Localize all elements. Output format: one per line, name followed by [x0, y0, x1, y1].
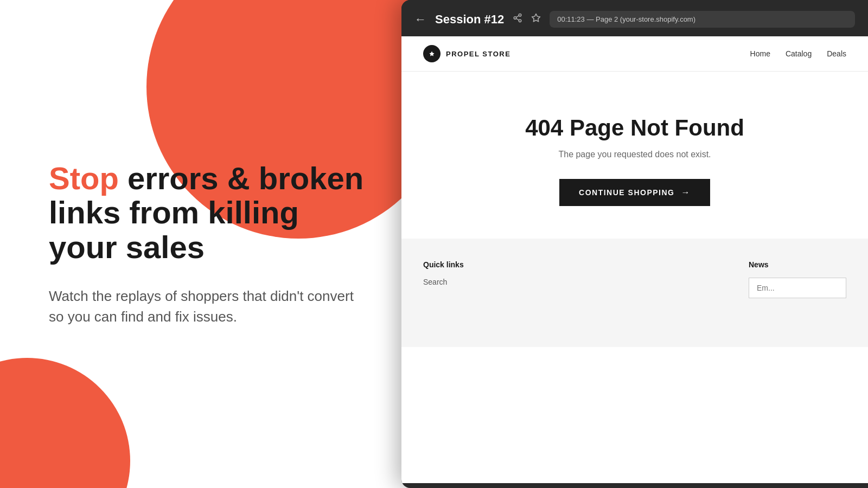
error-page: 404 Page Not Found The page you requeste…	[401, 72, 868, 228]
footer-col2-title: News	[749, 260, 846, 269]
store-name: PROPEL STORE	[446, 50, 510, 58]
left-panel: Stop errors & broken links from killing …	[0, 0, 418, 488]
browser-toolbar: ← Session #12 00:11:23 — Page 2 (your-st…	[401, 0, 868, 36]
subtext: Watch the replays of shoppers that didn'…	[49, 286, 363, 327]
session-title: Session #12	[435, 12, 504, 27]
store-logo: PROPEL STORE	[423, 45, 510, 62]
store-nav: PROPEL STORE Home Catalog Deals	[401, 36, 868, 72]
error-title: 404 Page Not Found	[525, 115, 744, 141]
newsletter-email-input[interactable]	[749, 278, 846, 298]
footer-columns: Quick links Search News	[423, 260, 846, 298]
browser-content: PROPEL STORE Home Catalog Deals 404 Page…	[401, 36, 868, 483]
footer-search-link[interactable]: Search	[423, 278, 464, 286]
svg-line-4	[516, 16, 519, 17]
store-nav-links: Home Catalog Deals	[750, 49, 846, 58]
address-bar[interactable]: 00:11:23 — Page 2 (your-store.shopify.co…	[550, 11, 855, 28]
left-content: Stop errors & broken links from killing …	[0, 0, 418, 488]
share-icon[interactable]	[513, 13, 522, 25]
logo-icon	[423, 45, 441, 62]
svg-marker-5	[532, 14, 540, 22]
footer-col-quick-links: Quick links Search	[423, 260, 464, 298]
store-footer: Quick links Search News	[401, 239, 868, 347]
footer-col1-title: Quick links	[423, 260, 464, 269]
continue-arrow: →	[681, 188, 691, 197]
continue-shopping-button[interactable]: CONTINUE SHOPPING →	[559, 179, 710, 206]
nav-home[interactable]: Home	[750, 49, 770, 58]
main-headline: Stop errors & broken links from killing …	[49, 161, 369, 265]
browser-mockup: ← Session #12 00:11:23 — Page 2 (your-st…	[401, 0, 868, 488]
continue-shopping-label: CONTINUE SHOPPING	[579, 188, 674, 197]
nav-deals[interactable]: Deals	[827, 49, 846, 58]
error-subtitle: The page you requested does not exist.	[558, 150, 711, 159]
nav-catalog[interactable]: Catalog	[786, 49, 812, 58]
star-icon[interactable]	[531, 13, 541, 25]
headline-stop: Stop	[49, 160, 119, 196]
footer-col-newsletter: News	[749, 260, 846, 298]
svg-line-3	[516, 18, 519, 20]
